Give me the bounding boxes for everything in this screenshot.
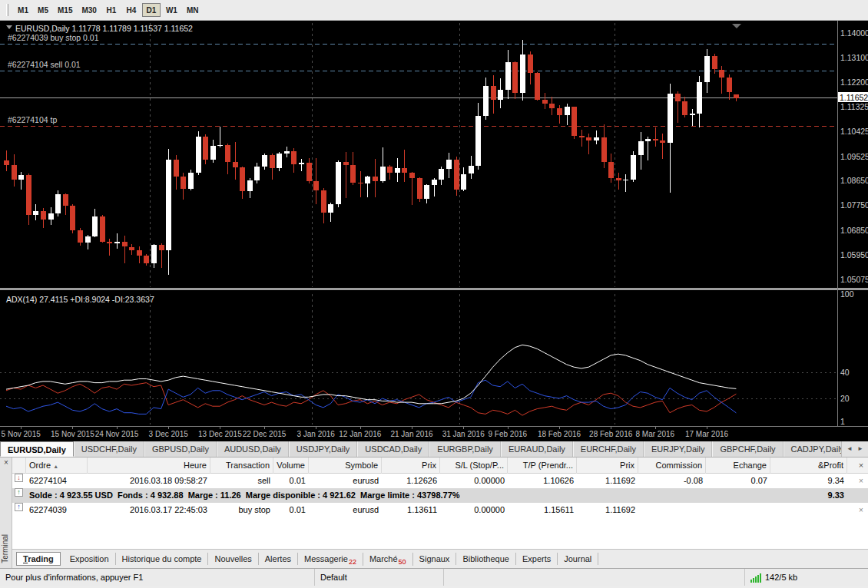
status-profile[interactable]: Default <box>315 569 444 586</box>
timeframe-button-m30[interactable]: M30 <box>78 3 100 17</box>
adx-title: ADX(14) 27.4115 +DI:8.9024 -DI:23.3637 <box>6 295 154 304</box>
candle-body <box>475 116 481 167</box>
date-label: 18 Feb 2016 <box>538 430 581 438</box>
terminal-header-ordre[interactable]: Ordre▲ <box>26 458 88 474</box>
price-axis-label: 1.12200 <box>840 78 868 87</box>
terminal-order-row[interactable]: ↓622741042016.03.18 09:58:27sell0.01euru… <box>12 474 868 488</box>
timeframe-button-h1[interactable]: H1 <box>102 3 121 17</box>
candle-body <box>48 213 54 220</box>
candle-body <box>454 160 459 190</box>
terminal-tab-exposition[interactable]: Exposition <box>64 553 116 565</box>
terminal-header-echange[interactable]: Echange <box>706 458 770 474</box>
timeframe-button-mn[interactable]: MN <box>183 3 203 17</box>
candle-body <box>321 190 326 213</box>
candle-body <box>174 160 179 177</box>
chart-tab-eurjpy-daily[interactable]: EURJPY,Daily <box>644 441 713 457</box>
terminal-tab-march[interactable]: Marché50 <box>363 553 413 566</box>
timeframe-buttons: M1M5M15M30H1H4D1W1MN <box>14 3 204 17</box>
terminal-header-heure[interactable]: Heure <box>88 458 210 474</box>
chart-tab-eurchf-daily[interactable]: EURCHF,Daily <box>573 441 644 457</box>
candle-body <box>549 104 555 108</box>
timeframe-button-m15[interactable]: M15 <box>54 3 76 17</box>
terminal-header-commission[interactable]: Commission <box>638 458 706 474</box>
candle-body <box>432 180 437 185</box>
terminal-tab-alertes[interactable]: Alertes <box>259 553 298 565</box>
price-axis-label: 1.09525 <box>840 152 868 161</box>
candle-body <box>608 162 614 178</box>
candle-body <box>402 168 407 173</box>
chart-tab-gbpchf-daily[interactable]: GBPCHF,Daily <box>712 441 783 457</box>
chart-tab-audusd-daily[interactable]: AUDUSD,Daily <box>217 441 289 457</box>
terminal-tab-signaux[interactable]: Signaux <box>413 553 457 565</box>
candle-body <box>350 165 356 183</box>
chart-tab-eurgbp-daily[interactable]: EURGBP,Daily <box>429 441 501 457</box>
candle-body <box>417 178 422 199</box>
terminal-header-t-p-prendr[interactable]: T/P (Prendr... <box>508 458 577 474</box>
timeframe-button-w1[interactable]: W1 <box>162 3 181 17</box>
order-cell-s-l-stop-p: 0.00000 <box>440 474 508 488</box>
terminal-header-s-l-stop-p[interactable]: S/L (Stop/P... <box>440 458 508 474</box>
terminal-balance-row[interactable]: ↑Solde : 4 923.55 USD Fonds : 4 932.88 M… <box>12 488 868 503</box>
terminal-header-symbole[interactable]: Symbole <box>309 458 382 474</box>
candle-body <box>122 242 128 246</box>
candle-body <box>697 82 702 114</box>
terminal-header-volume[interactable]: Volume <box>273 458 309 474</box>
date-label: 24 Nov 2015 <box>95 430 139 438</box>
order-close-icon[interactable]: × <box>854 477 868 485</box>
chart-tab-gbpusd-daily[interactable]: GBPUSD,Daily <box>144 441 217 457</box>
terminal-order-row[interactable]: ↑622740392016.03.17 22:45:03buy stop0.01… <box>12 503 868 517</box>
chart-tab-usdcad-daily[interactable]: USDCAD,Daily <box>357 441 429 457</box>
candle-body <box>78 230 83 243</box>
terminal-close-icon[interactable]: × <box>0 458 12 467</box>
candle-body <box>85 236 91 243</box>
chart-tab-eurusd-daily[interactable]: EURUSD,Daily <box>0 441 74 457</box>
candle-body <box>33 211 38 215</box>
timeframe-button-m1[interactable]: M1 <box>14 3 32 17</box>
order-close-icon[interactable]: × <box>854 506 868 514</box>
terminal-tab-experts[interactable]: Experts <box>516 553 558 565</box>
price-axis-label: 1.14000 <box>840 28 868 38</box>
adx-axis-label: 40 <box>840 368 850 377</box>
candle-body <box>446 160 452 170</box>
price-chart-svg[interactable]: #62274039 buy stop 0.01#62274104 sell 0.… <box>0 21 868 441</box>
chart-tab-euraud-daily[interactable]: EURAUD,Daily <box>501 441 573 457</box>
candle-body <box>196 137 201 173</box>
chart-tab-usdchf-daily[interactable]: USDCHF,Daily <box>74 441 144 457</box>
chart-tab-list: EURUSD,DailyUSDCHF,DailyGBPUSD,DailyAUDU… <box>0 441 841 457</box>
chart-area[interactable]: #62274039 buy stop 0.01#62274104 sell 0.… <box>0 21 868 441</box>
terminal-header-transaction[interactable]: Transaction <box>210 458 273 474</box>
candle-body <box>512 62 518 93</box>
chart-tabs-scroll-left-button[interactable]: ◄ <box>844 443 855 455</box>
candle-body <box>601 137 607 162</box>
toolbar-grip[interactable] <box>6 4 8 16</box>
terminal-tab-journal[interactable]: Journal <box>558 553 598 565</box>
chart-tab-cadjpy-daily[interactable]: CADJPY,Daily <box>784 441 841 457</box>
candle-body <box>395 168 400 173</box>
chart-tab-usdjpy-daily[interactable]: USDJPY,Daily <box>289 441 358 457</box>
timeframe-button-d1[interactable]: D1 <box>142 3 161 17</box>
timeframe-button-m5[interactable]: M5 <box>34 3 52 17</box>
terminal-tab-trading[interactable]: Trading <box>16 552 61 566</box>
terminal-header-prix[interactable]: Prix <box>577 458 638 474</box>
terminal-header-profit[interactable]: &Profit <box>770 458 847 474</box>
candle-body <box>586 137 591 140</box>
chart-tabs-scroll-right-button[interactable]: ► <box>855 443 866 455</box>
order-cell-echange: 0.07 <box>706 474 770 488</box>
timeframe-button-h4[interactable]: H4 <box>122 3 141 17</box>
chart-shift-icon[interactable] <box>732 24 741 28</box>
candle-body <box>571 107 577 135</box>
candle-body <box>306 163 312 182</box>
candle-body <box>254 167 260 180</box>
pane-divider[interactable] <box>0 288 868 290</box>
terminal-tab-messagerie[interactable]: Messagerie22 <box>298 553 363 566</box>
terminal-tab-bibliotheque[interactable]: Bibliotheque <box>456 553 516 565</box>
candle-body <box>675 94 681 101</box>
terminal-header-prix[interactable]: Prix <box>382 458 440 474</box>
terminal-tab-nouvelles[interactable]: Nouvelles <box>208 553 258 565</box>
terminal-panel-close-icon[interactable]: × <box>854 458 868 474</box>
date-label: 31 Jan 2016 <box>442 430 485 438</box>
candle-body <box>240 167 245 191</box>
terminal-tab-historique-du-compte[interactable]: Historique du compte <box>116 553 209 565</box>
order-cell-symbole: eurusd <box>309 474 382 488</box>
timeframe-toolbar: M1M5M15M30H1H4D1W1MN <box>0 0 868 21</box>
